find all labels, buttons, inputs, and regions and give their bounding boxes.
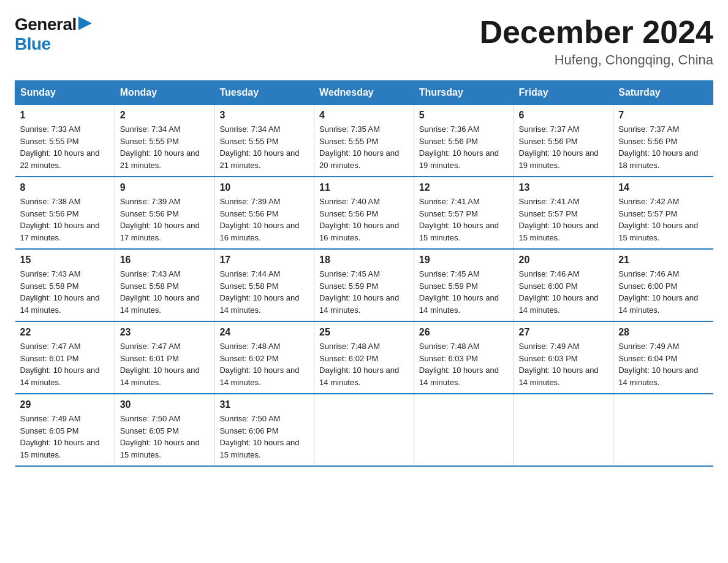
- table-row: 16 Sunrise: 7:43 AMSunset: 5:58 PMDaylig…: [115, 249, 214, 321]
- day-info: Sunrise: 7:41 AMSunset: 5:57 PMDaylight:…: [419, 197, 499, 242]
- title-block: December 2024 Hufeng, Chongqing, China: [479, 15, 713, 68]
- table-row: 25 Sunrise: 7:48 AMSunset: 6:02 PMDaylig…: [314, 321, 414, 394]
- day-number: 21: [618, 255, 708, 266]
- day-info: Sunrise: 7:50 AMSunset: 6:05 PMDaylight:…: [120, 414, 200, 459]
- day-info: Sunrise: 7:44 AMSunset: 5:58 PMDaylight:…: [219, 269, 299, 315]
- day-info: Sunrise: 7:50 AMSunset: 6:06 PMDaylight:…: [219, 414, 299, 459]
- day-info: Sunrise: 7:37 AMSunset: 5:56 PMDaylight:…: [618, 124, 698, 170]
- table-row: [613, 394, 713, 466]
- logo-arrow-icon: [78, 17, 92, 30]
- table-row: 10 Sunrise: 7:39 AMSunset: 5:56 PMDaylig…: [214, 177, 314, 249]
- location: Hufeng, Chongqing, China: [479, 52, 713, 68]
- day-number: 27: [519, 327, 609, 338]
- table-row: 13 Sunrise: 7:41 AMSunset: 5:57 PMDaylig…: [514, 177, 613, 249]
- table-row: 23 Sunrise: 7:47 AMSunset: 6:01 PMDaylig…: [115, 321, 214, 394]
- col-sunday: Sunday: [15, 81, 115, 105]
- page-header: General Blue December 2024 Hufeng, Chong…: [15, 15, 713, 68]
- logo-blue-text: Blue: [15, 34, 51, 53]
- day-number: 19: [419, 255, 509, 266]
- table-row: 1 Sunrise: 7:33 AMSunset: 5:55 PMDayligh…: [15, 105, 115, 177]
- table-row: 26 Sunrise: 7:48 AMSunset: 6:03 PMDaylig…: [414, 321, 514, 394]
- table-row: 5 Sunrise: 7:36 AMSunset: 5:56 PMDayligh…: [414, 105, 514, 177]
- table-row: 21 Sunrise: 7:46 AMSunset: 6:00 PMDaylig…: [613, 249, 713, 321]
- table-row: 8 Sunrise: 7:38 AMSunset: 5:56 PMDayligh…: [15, 177, 115, 249]
- calendar-week-row: 8 Sunrise: 7:38 AMSunset: 5:56 PMDayligh…: [15, 177, 713, 249]
- day-number: 26: [419, 327, 509, 338]
- table-row: 3 Sunrise: 7:34 AMSunset: 5:55 PMDayligh…: [214, 105, 314, 177]
- day-number: 31: [219, 399, 309, 410]
- day-number: 1: [20, 110, 110, 121]
- table-row: 17 Sunrise: 7:44 AMSunset: 5:58 PMDaylig…: [214, 249, 314, 321]
- col-tuesday: Tuesday: [214, 81, 314, 105]
- day-info: Sunrise: 7:47 AMSunset: 6:01 PMDaylight:…: [120, 342, 200, 387]
- calendar-week-row: 15 Sunrise: 7:43 AMSunset: 5:58 PMDaylig…: [15, 249, 713, 321]
- day-number: 20: [519, 255, 609, 266]
- table-row: 28 Sunrise: 7:49 AMSunset: 6:04 PMDaylig…: [613, 321, 713, 394]
- day-info: Sunrise: 7:34 AMSunset: 5:55 PMDaylight:…: [219, 124, 299, 170]
- day-number: 22: [20, 327, 110, 338]
- day-info: Sunrise: 7:45 AMSunset: 5:59 PMDaylight:…: [319, 269, 399, 315]
- day-number: 5: [419, 110, 509, 121]
- day-number: 14: [618, 182, 708, 193]
- day-number: 3: [219, 110, 309, 121]
- day-info: Sunrise: 7:39 AMSunset: 5:56 PMDaylight:…: [120, 197, 200, 242]
- day-number: 28: [618, 327, 708, 338]
- day-info: Sunrise: 7:45 AMSunset: 5:59 PMDaylight:…: [419, 269, 499, 315]
- table-row: [414, 394, 514, 466]
- day-info: Sunrise: 7:36 AMSunset: 5:56 PMDaylight:…: [419, 124, 499, 170]
- day-number: 23: [120, 327, 210, 338]
- table-row: 4 Sunrise: 7:35 AMSunset: 5:55 PMDayligh…: [314, 105, 414, 177]
- calendar-week-row: 22 Sunrise: 7:47 AMSunset: 6:01 PMDaylig…: [15, 321, 713, 394]
- calendar-week-row: 29 Sunrise: 7:49 AMSunset: 6:05 PMDaylig…: [15, 394, 713, 466]
- col-saturday: Saturday: [613, 81, 713, 105]
- day-info: Sunrise: 7:49 AMSunset: 6:04 PMDaylight:…: [618, 342, 698, 387]
- day-number: 4: [319, 110, 409, 121]
- day-info: Sunrise: 7:42 AMSunset: 5:57 PMDaylight:…: [618, 197, 698, 242]
- calendar-week-row: 1 Sunrise: 7:33 AMSunset: 5:55 PMDayligh…: [15, 105, 713, 177]
- day-info: Sunrise: 7:48 AMSunset: 6:02 PMDaylight:…: [219, 342, 299, 387]
- calendar-header-row: Sunday Monday Tuesday Wednesday Thursday…: [15, 81, 713, 105]
- day-number: 10: [219, 182, 309, 193]
- table-row: 2 Sunrise: 7:34 AMSunset: 5:55 PMDayligh…: [115, 105, 214, 177]
- day-number: 11: [319, 182, 409, 193]
- day-info: Sunrise: 7:46 AMSunset: 6:00 PMDaylight:…: [618, 269, 698, 315]
- table-row: 11 Sunrise: 7:40 AMSunset: 5:56 PMDaylig…: [314, 177, 414, 249]
- day-info: Sunrise: 7:35 AMSunset: 5:55 PMDaylight:…: [319, 124, 399, 170]
- table-row: 30 Sunrise: 7:50 AMSunset: 6:05 PMDaylig…: [115, 394, 214, 466]
- table-row: 6 Sunrise: 7:37 AMSunset: 5:56 PMDayligh…: [514, 105, 613, 177]
- day-number: 6: [519, 110, 609, 121]
- table-row: 22 Sunrise: 7:47 AMSunset: 6:01 PMDaylig…: [15, 321, 115, 394]
- table-row: 31 Sunrise: 7:50 AMSunset: 6:06 PMDaylig…: [214, 394, 314, 466]
- month-title: December 2024: [479, 15, 713, 50]
- day-number: 30: [120, 399, 210, 410]
- day-number: 12: [419, 182, 509, 193]
- table-row: 9 Sunrise: 7:39 AMSunset: 5:56 PMDayligh…: [115, 177, 214, 249]
- table-row: 19 Sunrise: 7:45 AMSunset: 5:59 PMDaylig…: [414, 249, 514, 321]
- day-number: 15: [20, 255, 110, 266]
- day-number: 24: [219, 327, 309, 338]
- day-info: Sunrise: 7:37 AMSunset: 5:56 PMDaylight:…: [519, 124, 599, 170]
- logo-general-text: General: [15, 15, 77, 34]
- day-info: Sunrise: 7:39 AMSunset: 5:56 PMDaylight:…: [219, 197, 299, 242]
- table-row: 14 Sunrise: 7:42 AMSunset: 5:57 PMDaylig…: [613, 177, 713, 249]
- day-info: Sunrise: 7:43 AMSunset: 5:58 PMDaylight:…: [120, 269, 200, 315]
- day-info: Sunrise: 7:40 AMSunset: 5:56 PMDaylight:…: [319, 197, 399, 242]
- calendar-table: Sunday Monday Tuesday Wednesday Thursday…: [15, 80, 713, 467]
- table-row: 27 Sunrise: 7:49 AMSunset: 6:03 PMDaylig…: [514, 321, 613, 394]
- table-row: 15 Sunrise: 7:43 AMSunset: 5:58 PMDaylig…: [15, 249, 115, 321]
- table-row: 7 Sunrise: 7:37 AMSunset: 5:56 PMDayligh…: [613, 105, 713, 177]
- day-info: Sunrise: 7:46 AMSunset: 6:00 PMDaylight:…: [519, 269, 599, 315]
- day-info: Sunrise: 7:34 AMSunset: 5:55 PMDaylight:…: [120, 124, 200, 170]
- col-monday: Monday: [115, 81, 214, 105]
- day-number: 29: [20, 399, 110, 410]
- day-info: Sunrise: 7:38 AMSunset: 5:56 PMDaylight:…: [20, 197, 100, 242]
- day-info: Sunrise: 7:48 AMSunset: 6:02 PMDaylight:…: [319, 342, 399, 387]
- col-thursday: Thursday: [414, 81, 514, 105]
- day-number: 7: [618, 110, 708, 121]
- logo: General Blue: [15, 15, 92, 54]
- table-row: 29 Sunrise: 7:49 AMSunset: 6:05 PMDaylig…: [15, 394, 115, 466]
- table-row: [314, 394, 414, 466]
- day-info: Sunrise: 7:41 AMSunset: 5:57 PMDaylight:…: [519, 197, 599, 242]
- table-row: 18 Sunrise: 7:45 AMSunset: 5:59 PMDaylig…: [314, 249, 414, 321]
- table-row: 24 Sunrise: 7:48 AMSunset: 6:02 PMDaylig…: [214, 321, 314, 394]
